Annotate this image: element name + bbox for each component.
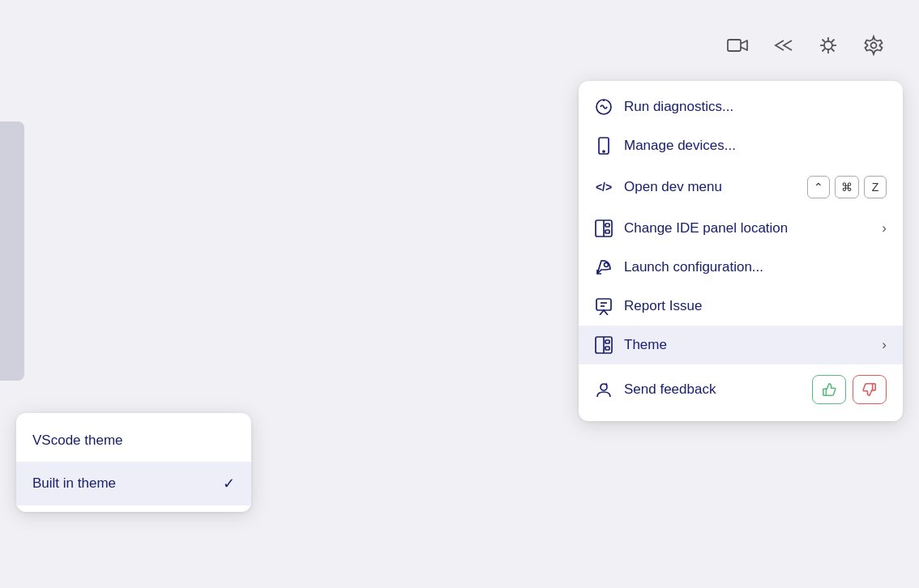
video-camera-icon[interactable] (725, 32, 750, 58)
svg-line-9 (823, 49, 826, 52)
launch-icon (595, 258, 613, 276)
svg-point-10 (871, 43, 877, 49)
theme-icon (595, 336, 613, 354)
diagnostics-icon (595, 98, 613, 116)
svg-point-1 (824, 41, 832, 49)
svg-rect-17 (605, 224, 609, 227)
svg-point-19 (605, 263, 609, 267)
menu-item-send-feedback[interactable]: Send feedback (579, 364, 903, 415)
checkmark-icon: ✓ (223, 475, 235, 492)
chevron-right-icon: › (882, 220, 887, 236)
toolbar (725, 32, 887, 58)
menu-item-manage-devices[interactable]: Manage devices... (579, 126, 903, 165)
menu-item-label: Report Issue (624, 298, 702, 314)
svg-line-7 (831, 49, 835, 52)
sub-menu-item-built-in-theme[interactable]: Built in theme ✓ (16, 462, 251, 505)
menu-item-label: Change IDE panel location (624, 220, 788, 236)
report-issue-icon (595, 297, 613, 315)
menu-item-change-ide-panel[interactable]: Change IDE panel location › (579, 209, 903, 248)
shortcut-z-key: Z (864, 176, 887, 198)
svg-rect-13 (599, 138, 609, 154)
svg-point-14 (603, 151, 605, 152)
menu-item-open-dev-menu[interactable]: </> Open dev menu ⌃ ⌘ Z (579, 165, 903, 209)
manage-devices-icon (595, 137, 613, 155)
menu-item-label: Send feedback (624, 381, 716, 398)
sidebar-hint (0, 121, 24, 381)
svg-rect-18 (605, 230, 609, 233)
ide-panel-icon (595, 219, 613, 237)
thumbs-down-button[interactable] (853, 375, 887, 404)
menu-item-label: Open dev menu (624, 179, 722, 195)
sub-menu-item-label: Built in theme (32, 475, 116, 492)
svg-line-6 (823, 40, 826, 43)
shortcut-ctrl-key: ⌃ (807, 176, 830, 198)
dev-menu-icon: </> (595, 178, 613, 196)
menu-item-label: Theme (624, 337, 667, 353)
settings-icon[interactable] (861, 32, 887, 58)
theme-sub-menu: VScode theme Built in theme ✓ (16, 413, 251, 512)
chevron-right-icon: › (882, 337, 887, 353)
menu-item-report-issue[interactable]: Report Issue (579, 287, 903, 326)
main-menu: Run diagnostics... Manage devices... </>… (579, 81, 903, 421)
send-feedback-icon (595, 381, 613, 398)
svg-line-8 (831, 40, 835, 43)
svg-rect-20 (596, 299, 611, 310)
menu-item-run-diagnostics[interactable]: Run diagnostics... (579, 87, 903, 126)
menu-item-theme[interactable]: Theme › (579, 326, 903, 364)
menu-item-label: Run diagnostics... (624, 99, 733, 115)
menu-item-label: Launch configuration... (624, 259, 763, 275)
sub-menu-item-vscode-theme[interactable]: VScode theme (16, 420, 251, 462)
svg-rect-25 (605, 340, 609, 343)
sub-menu-item-label: VScode theme (32, 432, 123, 449)
svg-point-27 (601, 384, 607, 390)
menu-item-launch-configuration[interactable]: Launch configuration... (579, 248, 903, 287)
menu-item-label: Manage devices... (624, 138, 736, 154)
thumbs-up-button[interactable] (812, 375, 846, 404)
svg-rect-26 (605, 347, 609, 350)
shortcut-cmd-key: ⌘ (835, 176, 859, 198)
debug-icon[interactable] (815, 32, 841, 58)
svg-rect-0 (728, 40, 741, 51)
rewind-icon[interactable] (770, 32, 796, 58)
